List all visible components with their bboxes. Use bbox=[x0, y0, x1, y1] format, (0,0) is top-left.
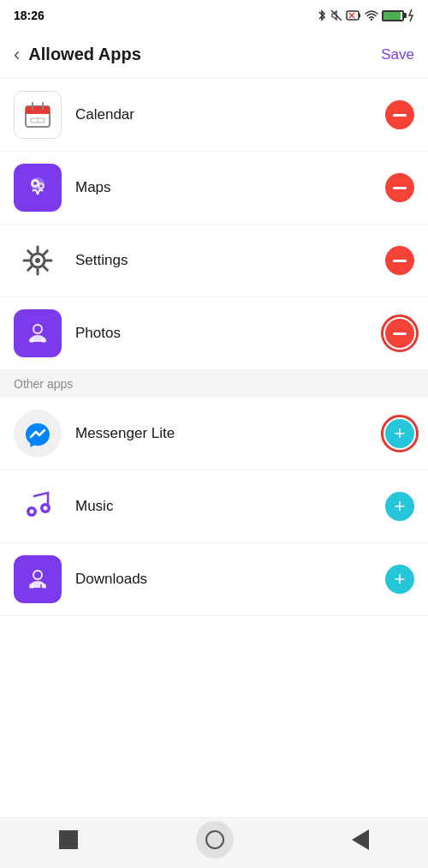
remove-settings-button[interactable] bbox=[385, 246, 414, 275]
app-name-maps: Maps bbox=[75, 179, 385, 196]
back-button-nav[interactable] bbox=[352, 829, 369, 850]
back-button[interactable]: ‹ bbox=[14, 44, 20, 66]
app-name-downloads: Downloads bbox=[75, 571, 385, 588]
svg-point-40 bbox=[34, 572, 41, 578]
svg-point-32 bbox=[34, 326, 41, 332]
app-name-messenger-lite: Messenger Lite bbox=[75, 425, 385, 442]
other-apps-section-header: Other apps bbox=[0, 370, 428, 398]
list-item: Calendar bbox=[0, 79, 428, 152]
status-time: 18:26 bbox=[14, 9, 45, 22]
battery-x-icon bbox=[346, 10, 361, 21]
status-bar: 18:26 bbox=[0, 0, 428, 31]
navigation-bar bbox=[0, 817, 428, 868]
back-icon bbox=[352, 829, 369, 850]
photos-icon bbox=[14, 309, 62, 357]
svg-line-29 bbox=[44, 251, 47, 254]
downloads-icon bbox=[14, 555, 62, 603]
list-item: Downloads bbox=[0, 543, 428, 616]
add-music-button[interactable] bbox=[385, 492, 414, 521]
list-item: Settings bbox=[0, 224, 428, 297]
svg-line-30 bbox=[28, 266, 32, 270]
app-name-music: Music bbox=[75, 498, 385, 515]
list-item: Messenger Lite bbox=[0, 398, 428, 470]
add-downloads-button[interactable] bbox=[385, 565, 414, 594]
header: ‹ Allowed Apps Save bbox=[0, 31, 428, 79]
app-name-settings: Settings bbox=[75, 252, 385, 269]
messenger-lite-icon bbox=[14, 410, 62, 458]
stop-icon bbox=[59, 830, 78, 849]
allowed-apps-list: Calendar Maps bbox=[0, 79, 428, 370]
music-icon bbox=[14, 482, 62, 530]
remove-maps-button[interactable] bbox=[385, 173, 414, 202]
svg-line-28 bbox=[44, 266, 47, 270]
other-apps-list: Messenger Lite Music bbox=[0, 398, 428, 616]
maps-icon bbox=[14, 164, 62, 212]
wifi-icon bbox=[365, 10, 378, 21]
home-button[interactable] bbox=[196, 821, 234, 859]
app-name-calendar: Calendar bbox=[75, 106, 385, 123]
stop-button[interactable] bbox=[59, 830, 78, 849]
remove-photos-button[interactable] bbox=[385, 319, 414, 348]
remove-calendar-button[interactable] bbox=[385, 100, 414, 129]
svg-rect-8 bbox=[26, 111, 50, 114]
header-left: ‹ Allowed Apps bbox=[14, 44, 141, 66]
page-title: Allowed Apps bbox=[28, 45, 140, 64]
svg-point-19 bbox=[33, 182, 37, 185]
home-icon bbox=[196, 821, 234, 859]
svg-line-27 bbox=[28, 251, 32, 254]
svg-point-38 bbox=[44, 506, 48, 511]
svg-point-33 bbox=[29, 338, 34, 343]
app-name-photos: Photos bbox=[75, 325, 385, 342]
settings-icon bbox=[14, 236, 62, 284]
svg-rect-2 bbox=[359, 14, 360, 18]
svg-point-22 bbox=[35, 258, 40, 263]
svg-point-34 bbox=[41, 338, 46, 343]
bluetooth-icon bbox=[317, 9, 327, 22]
list-item: Maps bbox=[0, 152, 428, 224]
save-button[interactable]: Save bbox=[381, 46, 414, 63]
add-messenger-lite-button[interactable] bbox=[385, 419, 414, 448]
calendar-icon bbox=[14, 91, 62, 139]
svg-point-36 bbox=[30, 510, 34, 514]
battery-icon bbox=[382, 10, 404, 21]
home-circle-inner bbox=[205, 830, 224, 849]
svg-point-20 bbox=[40, 185, 43, 188]
list-item: Photos bbox=[0, 297, 428, 370]
list-item: Music bbox=[0, 470, 428, 543]
status-icons bbox=[317, 9, 414, 22]
charging-icon bbox=[407, 9, 414, 21]
svg-point-5 bbox=[371, 19, 372, 21]
svg-point-41 bbox=[29, 584, 34, 589]
mute-icon bbox=[330, 9, 342, 21]
